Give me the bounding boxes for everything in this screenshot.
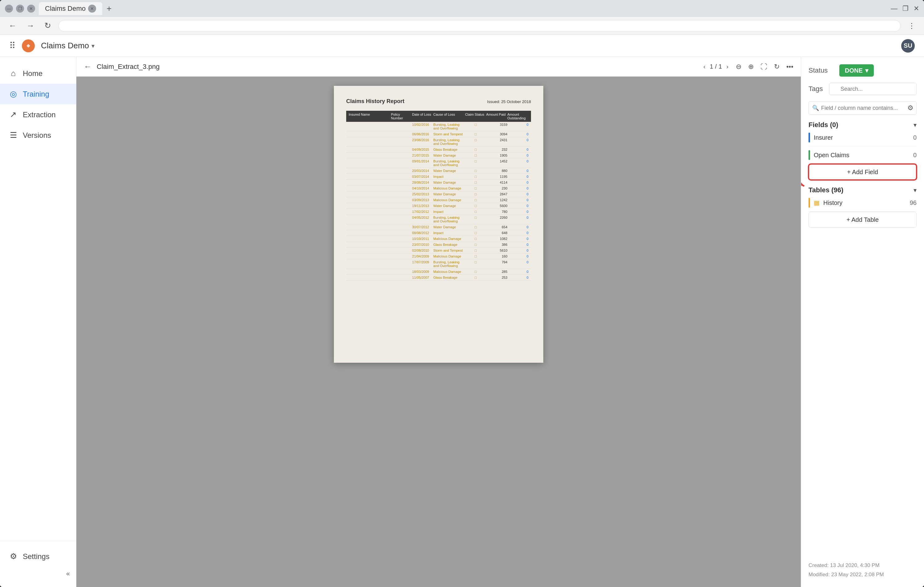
report-title: Claims History Report <box>346 98 404 105</box>
settings-icon: ⚙ <box>8 552 18 561</box>
add-table-button[interactable]: + Add Table <box>808 212 917 228</box>
window-controls: — ❐ ✕ <box>891 5 919 13</box>
sidebar-item-versions[interactable]: ☰ Versions <box>0 125 76 146</box>
field-search-icon: 🔍 <box>812 105 819 111</box>
tags-label: Tags <box>808 85 824 93</box>
document-viewer: ← Claim_Extract_3.png ‹ 1 / 1 › ⊖ ⊕ <box>76 57 801 587</box>
page-separator: / <box>715 63 717 70</box>
field-search-wrap: 🔍 ⚙ <box>808 101 917 115</box>
field-color-indicator <box>808 150 810 160</box>
page-navigation: ‹ 1 / 1 › <box>701 62 731 71</box>
address-bar[interactable] <box>59 20 901 32</box>
forward-button[interactable]: → <box>24 20 37 32</box>
table-row: 23/08/2016Bursting, Leaking and Overflow… <box>346 137 531 147</box>
table-row: 28/08/2014Water Damage□41140 <box>346 180 531 186</box>
page-current: 1 <box>710 63 713 70</box>
page-next-button[interactable]: › <box>724 62 731 71</box>
add-field-button[interactable]: + Add Field <box>808 164 917 180</box>
document-toolbar: ← Claim_Extract_3.png ‹ 1 / 1 › ⊖ ⊕ <box>76 57 801 77</box>
table-row: 23/07/2010Glass Breakage□3860 <box>346 242 531 248</box>
sidebar-item-settings[interactable]: ⚙ Settings <box>0 546 76 567</box>
page-prev-button[interactable]: ‹ <box>701 62 708 71</box>
table-row: 20/03/2014Water Damage□8800 <box>346 168 531 174</box>
app-name[interactable]: Claims Demo ▾ <box>41 41 94 51</box>
browser-window-controls: — ❐ ✕ <box>5 5 35 13</box>
modified-timestamp: Modified: 23 May 2022, 2:08 PM <box>808 570 917 580</box>
minimize-button[interactable]: — <box>5 5 13 13</box>
zoom-in-button[interactable]: ⊕ <box>746 61 756 72</box>
document-content: Claims History Report Issued: 25 October… <box>76 77 801 587</box>
tab-title: Claims Demo <box>45 5 86 13</box>
tab-close-icon[interactable]: ✕ <box>88 5 96 13</box>
table-row: 18/03/2009Malicious Damage□2850 <box>346 269 531 275</box>
browser-more-button[interactable]: ⋮ <box>906 20 918 31</box>
maximize-button[interactable]: ❐ <box>16 5 24 13</box>
fit-page-button[interactable]: ⛶ <box>759 61 769 72</box>
document-more-button[interactable]: ••• <box>786 63 794 71</box>
field-color-indicator <box>808 133 810 143</box>
refresh-button[interactable]: ↻ <box>42 20 54 32</box>
created-timestamp: Created: 13 Jul 2020, 4:30 PM <box>808 561 917 571</box>
table-row: 17/02/2012Impact□7800 <box>346 209 531 215</box>
collapse-icon: « <box>66 570 70 578</box>
field-count-insurer: 0 <box>913 134 917 141</box>
sidebar-item-training[interactable]: ◎ Training <box>0 84 76 104</box>
report-table-body: 10/02/2016Bursting, Leaking and Overflow… <box>346 122 531 281</box>
zoom-out-button[interactable]: ⊖ <box>734 61 743 72</box>
window-maximize-button[interactable]: ❐ <box>903 5 909 13</box>
sidebar-bottom: ⚙ Settings « <box>0 541 76 581</box>
document-page: Claims History Report Issued: 25 October… <box>334 86 543 363</box>
sidebar-collapse-button[interactable]: « <box>0 567 76 581</box>
table-row: 04/10/2014Malicious Damage□2300 <box>346 186 531 191</box>
table-row: 19/11/2013Water Damage□56000 <box>346 203 531 209</box>
tags-search-wrap: 🔍 <box>829 83 917 95</box>
sidebar-item-extraction[interactable]: ↗ Extraction <box>0 104 76 125</box>
status-value: DONE <box>845 67 863 74</box>
browser-frame: — ❐ ✕ Claims Demo ✕ + — ❐ ✕ ← → ↻ ⋮ ⠿ <box>0 0 924 587</box>
table-color-indicator <box>808 198 810 208</box>
filter-icon[interactable]: ⚙ <box>908 104 914 112</box>
table-row: 09/01/2014Bursting, Leaking and Overflow… <box>346 158 531 168</box>
window-minimize-button[interactable]: — <box>891 5 898 13</box>
home-icon: ⌂ <box>8 69 18 78</box>
user-avatar[interactable]: SU <box>901 39 915 53</box>
report-table-header: Insured Name Policy Number Date of Loss … <box>346 111 531 122</box>
active-tab[interactable]: Claims Demo ✕ <box>39 2 102 15</box>
field-search-input[interactable] <box>808 101 917 115</box>
new-tab-button[interactable]: + <box>104 2 115 15</box>
table-item-history: ▦ History 96 <box>808 194 917 212</box>
table-row: 06/06/2016Storm and Tempest□30940 <box>346 132 531 137</box>
field-name-open-claims: Open Claims <box>814 152 909 159</box>
table-row: 21/04/2009Malicious Damage□1600 <box>346 253 531 259</box>
page-total: 1 <box>719 63 722 70</box>
table-row: 08/08/2012Impact□6480 <box>346 230 531 236</box>
sidebar-label-versions: Versions <box>23 131 51 140</box>
app-header: ⠿ Claims Demo ▾ SU <box>0 35 924 57</box>
table-row: 11/05/2007Glass Breakage□2530 <box>346 275 531 281</box>
training-icon: ◎ <box>8 89 18 99</box>
window-close-button[interactable]: ✕ <box>914 5 919 13</box>
extraction-icon: ↗ <box>8 110 18 119</box>
right-panel: Status DONE ▾ Tags 🔍 🔍 <box>801 57 924 587</box>
document-back-button[interactable]: ← <box>84 62 92 71</box>
rotate-button[interactable]: ↻ <box>772 61 781 72</box>
tables-section-header[interactable]: Tables (96) ▾ <box>808 186 917 194</box>
tables-section-title: Tables (96) <box>808 186 843 194</box>
sidebar-item-home[interactable]: ⌂ Home <box>0 63 76 84</box>
tags-row: Tags 🔍 <box>808 83 917 95</box>
document-controls: ‹ 1 / 1 › ⊖ ⊕ ⛶ ↻ <box>701 61 781 72</box>
grid-icon[interactable]: ⠿ <box>9 41 16 51</box>
fields-section: Fields (0) ▾ Insurer 0 Open Claims 0 + A… <box>808 121 917 180</box>
close-button[interactable]: ✕ <box>27 5 35 13</box>
field-count-open-claims: 0 <box>913 152 917 159</box>
fields-section-header[interactable]: Fields (0) ▾ <box>808 121 917 129</box>
arrow-annotation <box>801 171 807 197</box>
table-row: 25/02/2013Water Damage□28470 <box>346 191 531 197</box>
tags-search-input[interactable] <box>829 83 917 95</box>
table-row: 17/07/2009Bursting, Leaking and Overflow… <box>346 259 531 269</box>
table-grid-icon: ▦ <box>814 199 820 206</box>
status-badge[interactable]: DONE ▾ <box>839 64 874 77</box>
app-name-chevron-icon: ▾ <box>91 42 94 49</box>
tables-section-chevron-icon: ▾ <box>914 186 917 194</box>
back-button[interactable]: ← <box>6 20 19 32</box>
